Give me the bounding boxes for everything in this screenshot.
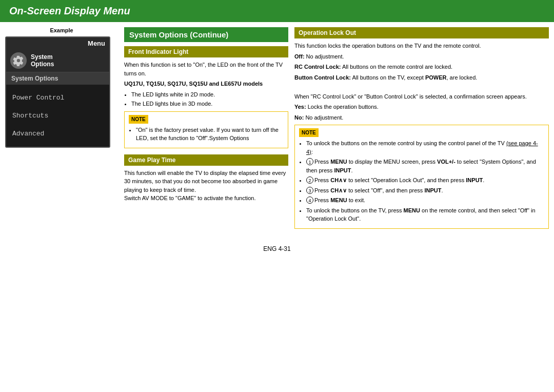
left-column: Example Menu SystemOptions System Option… (5, 27, 118, 235)
middle-column: System Options (Continue) Front Indicato… (124, 27, 288, 235)
front-indicator-header: Front Indicator Light (124, 46, 288, 57)
main-section-title: System Options (Continue) (124, 27, 288, 42)
confirmation-text: When "RC Control Lock" or "Button Contro… (294, 92, 549, 101)
note-label: NOTE (299, 128, 319, 137)
operation-intro: This function locks the operation button… (294, 42, 549, 50)
no-text: No: No adjustment. (294, 113, 549, 122)
page-header: On-Screen Display Menu (0, 0, 554, 22)
game-play-content: This function will enable the TV to disp… (124, 169, 288, 203)
footer-text: ENG 4-31 (263, 245, 290, 252)
button-control-item: Button Control Lock: All buttons on the … (294, 73, 549, 82)
page-title: On-Screen Display Menu (9, 5, 545, 17)
note-item-1: To unlock the buttons on the remote cont… (306, 139, 544, 156)
menu-icon-label: SystemOptions (31, 53, 54, 68)
page-footer: ENG 4-31 (0, 245, 554, 258)
yes-text: Yes: Locks the operation buttons. (294, 103, 549, 111)
note-text: "On" is the factory preset value. If you… (136, 126, 284, 143)
operation-lock-content: This function locks the operation button… (294, 42, 549, 229)
menu-item-power[interactable]: Power Control (6, 89, 109, 107)
front-indicator-bullets: The LED lights white in 2D mode. The LED… (124, 90, 288, 108)
note-item-3: 2Press CH∧∨ to select "Operation Lock Ou… (306, 176, 544, 185)
front-indicator-body1: When this function is set to "On", the L… (124, 61, 288, 77)
note-label: NOTE (129, 115, 148, 124)
gear-icon (10, 52, 27, 69)
front-indicator-note: NOTE "On" is the factory preset value. I… (124, 111, 288, 148)
bullet-item: The LED lights blue in 3D mode. (131, 100, 288, 108)
menu-title: System Options (6, 72, 109, 85)
menu-top-bar: Menu (6, 37, 109, 49)
page-wrapper: On-Screen Display Menu Example Menu Syst… (0, 0, 554, 258)
off-item: Off: No adjustment. (294, 52, 549, 61)
menu-items-list: Power Control Shortcuts Advanced (6, 85, 109, 147)
game-play-body: This function will enable the TV to disp… (124, 169, 288, 203)
operation-lock-note: NOTE To unlock the buttons on the remote… (294, 125, 549, 229)
note-item-4: 3Press CH∧∨ to select "Off", and then pr… (306, 186, 544, 195)
note-item-6: To unlock the buttons on the TV, press M… (306, 206, 544, 223)
front-indicator-content: When this function is set to "On", the L… (124, 61, 288, 148)
example-label: Example (5, 27, 118, 33)
menu-item-advanced[interactable]: Advanced (6, 125, 109, 143)
game-play-header: Game Play Time (124, 154, 288, 166)
rc-lock-item: RC Control Lock: All buttons on the remo… (294, 63, 549, 71)
bullet-item: The LED lights white in 2D mode. (131, 90, 288, 99)
menu-top-label: Menu (88, 40, 105, 47)
front-indicator-bold-title: UQ17U, TQ15U, SQ17U, SQ15U and LE657U mo… (124, 81, 263, 87)
content-area: Example Menu SystemOptions System Option… (0, 27, 554, 235)
note-item-2: 1Press MENU to display the MENU screen, … (306, 158, 544, 174)
menu-icon-area: SystemOptions (6, 49, 109, 72)
operation-lock-header: Operation Lock Out (294, 27, 549, 38)
menu-item-shortcuts[interactable]: Shortcuts (6, 107, 109, 125)
note-item-5: 4Press MENU to exit. (306, 196, 544, 205)
right-column: Operation Lock Out This function locks t… (294, 27, 549, 235)
menu-screen: Menu SystemOptions System Options Power … (5, 36, 110, 148)
